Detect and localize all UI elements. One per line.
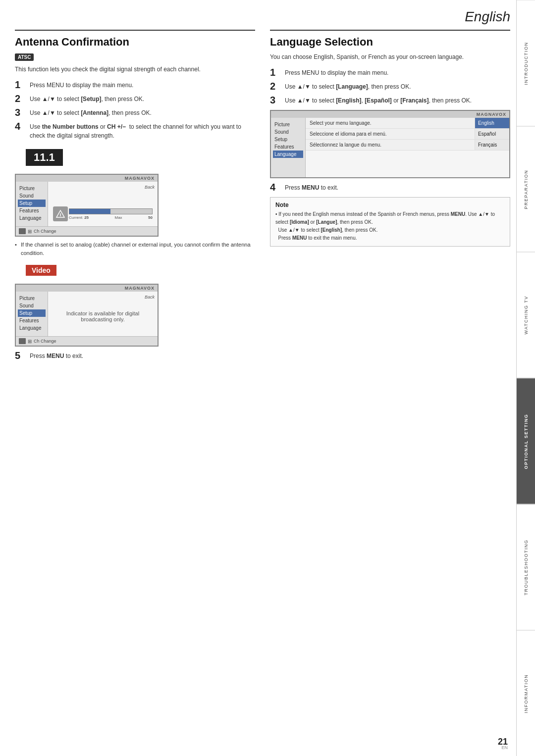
lang-label-espanol: Seleccione el idioma para el menú.	[306, 129, 475, 139]
note-title: Note	[275, 202, 505, 208]
main-content: Antenna Confirmation ATSC This function …	[15, 30, 510, 736]
tv-menu2-features: Features	[18, 317, 46, 324]
note-box: Note • If you need the English menus ins…	[270, 197, 510, 247]
tv-menu-item-picture: Picture	[18, 185, 46, 192]
tab-introduction[interactable]: INTRODUCTION	[517, 0, 535, 126]
tv-screen-1: MAGNAVOX Picture Sound Setup Features La…	[15, 174, 159, 237]
tv-menu-item-language: Language	[18, 214, 46, 222]
lang-menu-setup: Setup	[273, 136, 303, 143]
tab-information[interactable]: INFORMATION	[517, 630, 535, 756]
lang-step-text-2: Use ▲/▼ to select [Language], then press…	[285, 82, 411, 91]
lang-step-4: 4 Press MENU to exit.	[270, 183, 510, 192]
tv-menu-item-setup: Setup	[18, 200, 46, 207]
lang-step-text-4: Press MENU to exit.	[285, 183, 338, 192]
language-label: English	[465, 9, 510, 25]
tab-preparation[interactable]: PREPARATION	[517, 126, 535, 252]
antenna-title: Antenna Confirmation	[15, 36, 255, 49]
lang-option-francais: Sélectionnez la langue du menu. Français	[306, 140, 509, 151]
tv-body-2: Picture Sound Setup Features Language Ba…	[16, 292, 158, 336]
lang-step-num-4: 4	[270, 182, 281, 192]
lang-step-num-1: 1	[270, 67, 281, 77]
lang-option-espanol: Seleccione el idioma para el menú. Españ…	[306, 129, 509, 140]
tv-menu2-language: Language	[18, 324, 46, 332]
tv-content-1: Back Curre	[48, 182, 158, 226]
step-text-1: Press MENU to display the main menu.	[30, 81, 133, 90]
tab-optional-setting[interactable]: OPTIONAL SETTING	[517, 378, 535, 504]
lang-step-num-3: 3	[270, 95, 281, 105]
antenna-steps: 1 Press MENU to display the main menu. 2…	[15, 81, 255, 140]
tv-footer-2: ⊞ Ch Change	[16, 336, 158, 346]
tv-menu-item-features: Features	[18, 207, 46, 214]
lang-value-espanol: Español	[475, 129, 509, 139]
step-text-3: Use ▲/▼ to select [Antenna], then press …	[30, 108, 152, 117]
antenna-step-5: 5 Press MENU to exit.	[15, 352, 255, 360]
lang-step-1: 1 Press MENU to display the main menu.	[270, 68, 510, 77]
step-num-1: 1	[15, 80, 26, 90]
lang-option-english: Select your menu language. English	[306, 118, 509, 129]
tv-brand-2: MAGNAVOX	[16, 285, 158, 292]
step-text-5: Press MENU to exit.	[30, 352, 83, 360]
tv-menu-2: Picture Sound Setup Features Language	[16, 292, 48, 336]
lang-step-text-3: Use ▲/▼ to select [English], [Español] o…	[285, 96, 472, 105]
tab-watching-tv[interactable]: WATCHING TV	[517, 252, 535, 378]
tv-footer-icon-2	[19, 338, 26, 344]
lang-menu-features: Features	[273, 143, 303, 151]
lang-tv-menu: Picture Sound Setup Features Language	[271, 118, 306, 177]
channel-display: 11.1	[26, 149, 63, 166]
tv-grid-icon-1: ⊞	[28, 229, 32, 234]
antenna-step-4: 4 Use the Number buttons or CH +/− to se…	[15, 122, 255, 140]
language-tv-screen: MAGNAVOX Picture Sound Setup Features La…	[270, 110, 510, 178]
page-code: EN	[501, 745, 508, 750]
two-column-layout: Antenna Confirmation ATSC This function …	[15, 30, 510, 365]
lang-label-english: Select your menu language.	[306, 118, 475, 128]
tv-menu2-picture: Picture	[18, 295, 46, 302]
atsc-badge: ATSC	[15, 52, 255, 65]
tab-troubleshooting[interactable]: TROUBLESHOOTING	[517, 504, 535, 630]
tv-back-button-1: Back	[51, 185, 155, 190]
language-title: Language Selection	[270, 36, 510, 49]
lang-value-francais: Français	[475, 140, 509, 150]
lang-step-2: 2 Use ▲/▼ to select [Language], then pre…	[270, 82, 510, 91]
antenna-step-2: 2 Use ▲/▼ to select [Setup], then press …	[15, 95, 255, 103]
tv-menu2-setup: Setup	[18, 309, 46, 317]
lang-menu-language: Language	[273, 151, 303, 158]
antenna-step-1: 1 Press MENU to display the main menu.	[15, 81, 255, 90]
tv-ch-change-1: Ch Change	[34, 229, 56, 234]
lang-menu-picture: Picture	[273, 121, 303, 128]
tv-content-2: Back Indicator is available for digital …	[48, 292, 158, 336]
lang-step-num-2: 2	[270, 81, 281, 91]
lang-tv-content: Select your menu language. English Selec…	[306, 118, 509, 177]
tv-center-text: Indicator is available for digital broad…	[51, 300, 155, 333]
tv-footer-icon-1	[19, 228, 26, 234]
lang-tv-brand: MAGNAVOX	[271, 111, 509, 118]
tv-brand-1: MAGNAVOX	[16, 175, 158, 182]
tv-signal-area: Current: 25 Max 50	[51, 204, 155, 223]
tv-grid-icon-2: ⊞	[28, 339, 32, 344]
lang-step-text-1: Press MENU to display the main menu.	[285, 68, 388, 77]
lang-menu-sound: Sound	[273, 128, 303, 136]
tv-body-1: Picture Sound Setup Features Language Ba…	[16, 182, 158, 226]
step-num-2: 2	[15, 94, 26, 103]
tv-menu-item-sound: Sound	[18, 192, 46, 200]
tv-ch-change-2: Ch Change	[34, 339, 56, 344]
tv-menu-1: Picture Sound Setup Features Language	[16, 182, 48, 226]
lang-tv-body: Picture Sound Setup Features Language Se…	[271, 118, 509, 177]
antenna-bullet-note: If the channel is set to analog (cable) …	[15, 241, 255, 257]
video-label: Video	[26, 265, 56, 276]
antenna-step-3: 3 Use ▲/▼ to select [Antenna], then pres…	[15, 108, 255, 117]
language-section: Language Selection You can choose Englis…	[270, 30, 510, 365]
antenna-description: This function lets you check the digital…	[15, 65, 255, 74]
tab-bar: INTRODUCTION PREPARATION WATCHING TV OPT…	[516, 0, 535, 756]
lang-value-english: English	[475, 118, 509, 128]
step-num-5: 5	[15, 351, 26, 360]
step-num-4: 4	[15, 121, 26, 131]
step-text-4: Use the Number buttons or CH +/− to sele…	[30, 122, 255, 140]
lang-label-francais: Sélectionnez la langue du menu.	[306, 140, 475, 150]
tv-menu2-sound: Sound	[18, 302, 46, 309]
note-text: • If you need the English menus instead …	[275, 210, 505, 242]
antenna-section: Antenna Confirmation ATSC This function …	[15, 30, 255, 365]
step-num-3: 3	[15, 107, 26, 117]
language-description: You can choose English, Spanish, or Fren…	[270, 52, 510, 61]
tv-screen-2: MAGNAVOX Picture Sound Setup Features La…	[15, 284, 159, 347]
tv-back-button-2: Back	[51, 295, 155, 300]
